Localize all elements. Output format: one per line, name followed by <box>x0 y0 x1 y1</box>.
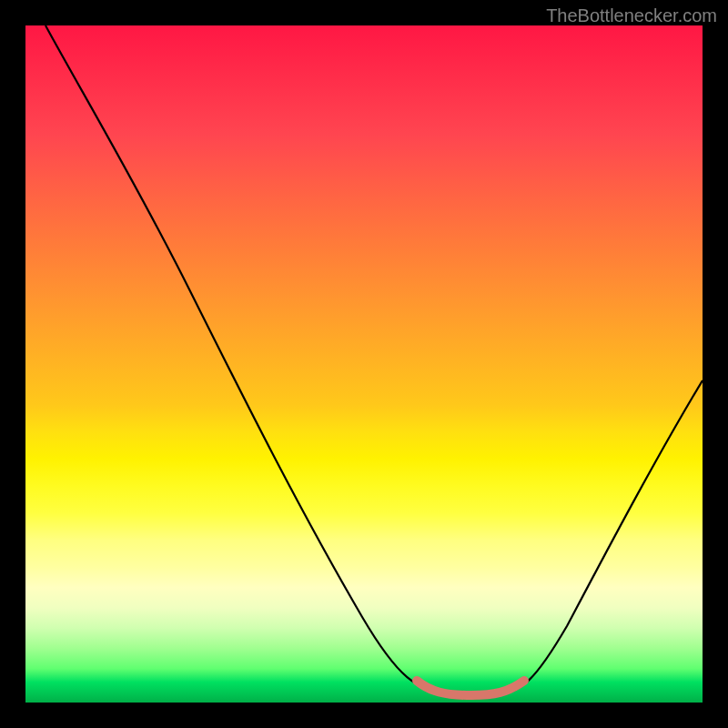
watermark-text: TheBottlenecker.com <box>546 5 717 26</box>
bottom-highlight <box>417 681 524 695</box>
chart-svg <box>25 25 703 703</box>
plot-area <box>25 25 703 703</box>
bottleneck-curve <box>46 25 703 694</box>
